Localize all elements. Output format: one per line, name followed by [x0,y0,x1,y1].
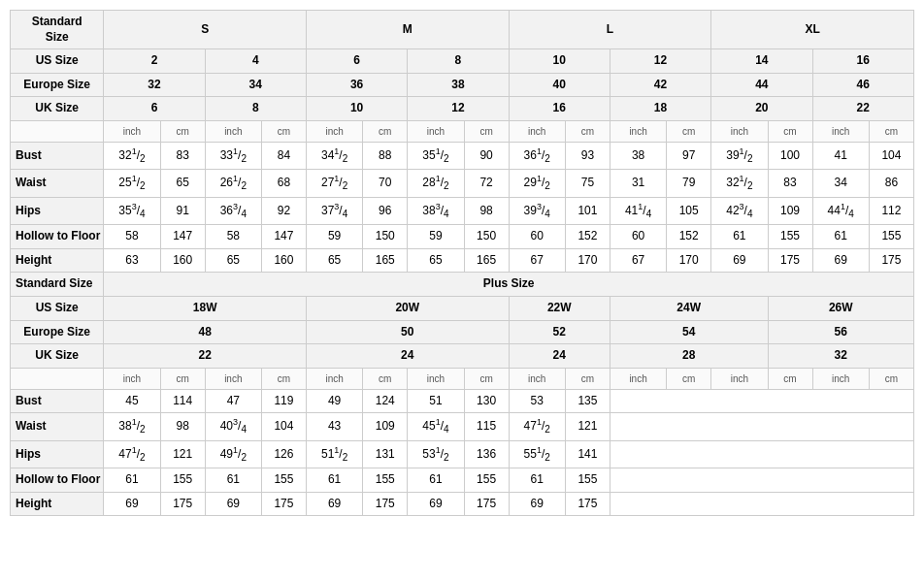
eu-46: 46 [812,73,913,97]
bust-label: Bust [11,142,104,169]
plus-unit-cm-2: cm [261,368,306,389]
us-22w: 22W [509,296,610,320]
hollow-m6-cm: 150 [363,225,408,249]
unit-empty [11,120,104,142]
height-20w-cm: 175 [261,492,306,516]
bust-18w-inch: 45 [104,389,160,413]
bust-s4-inch: 331/2 [205,142,261,169]
height-24w-inch: 69 [408,492,464,516]
unit-cm-5: cm [565,120,610,142]
bust-m6-inch: 341/2 [306,142,362,169]
eu-40: 40 [509,73,610,97]
bust-xl14-cm: 100 [768,142,812,169]
hollow-24w-cm: 155 [464,468,509,493]
waist-xl16-inch: 34 [812,170,869,197]
hips-l10-inch: 393/4 [509,197,565,224]
waist-xl16-cm: 86 [869,170,913,197]
eu-34: 34 [205,73,306,97]
hips-xl14-inch: 423/4 [711,197,768,224]
us-24w: 24W [610,296,768,320]
hollow-26w-inch: 61 [509,468,565,493]
hips-m6-cm: 96 [363,197,408,224]
bust-s2-cm: 83 [160,142,205,169]
hollow-l12-inch: 60 [610,225,666,249]
waist-s4-cm: 68 [261,170,306,197]
bust-m6-cm: 88 [363,142,408,169]
height-20w-inch: 69 [205,492,261,516]
bust-20w-inch: 47 [205,389,261,413]
plus-unit-cm-7: cm [768,368,812,389]
height-22w-inch: 69 [306,492,362,516]
bust-l12-inch: 38 [610,142,666,169]
standard-size-section: Standard Size [11,273,104,297]
waist-20w-inch: 403/4 [205,413,261,440]
bust-22w-cm: 124 [363,389,408,413]
unit-cm-6: cm [667,120,711,142]
hips-24w-cm: 136 [464,440,509,468]
plus-unit-cm-5: cm [565,368,610,389]
bust-26w-inch: 53 [509,389,565,413]
us-16: 16 [812,49,913,74]
hollow-20w-inch: 61 [205,468,261,493]
waist-22w-inch: 43 [306,413,362,440]
hips-label-plus: Hips [11,440,104,468]
waist-xl14-inch: 321/2 [711,170,768,197]
hips-l12-cm: 105 [667,197,711,224]
hips-s2-inch: 353/4 [104,197,160,224]
plus-unit-inch-8: inch [812,368,869,389]
height-l10-inch: 67 [509,248,565,273]
hollow-s4-inch: 58 [205,225,261,249]
us-8: 8 [408,49,509,74]
plus-unit-inch-1: inch [104,368,160,389]
waist-xl14-cm: 83 [768,170,812,197]
hollow-l10-inch: 60 [509,225,565,249]
unit-cm-8: cm [869,120,913,142]
bust-xl14-inch: 391/2 [711,142,768,169]
us-10: 10 [509,49,610,74]
height-24w-cm: 175 [464,492,509,516]
waist-l12-inch: 31 [610,170,666,197]
bust-l10-cm: 93 [565,142,610,169]
waist-18w-inch: 381/2 [104,413,160,440]
hollow-l10-cm: 152 [565,225,610,249]
hips-20w-cm: 126 [261,440,306,468]
waist-26w-inch: 471/2 [509,413,565,440]
height-m8-cm: 165 [464,248,509,273]
hollow-24w-inch: 61 [408,468,464,493]
unit-inch-3: inch [306,120,362,142]
unit-inch-7: inch [711,120,768,142]
uk-size-label-plus: UK Size [11,344,104,369]
uk-20: 20 [711,97,812,121]
hollow-18w-inch: 61 [104,468,160,493]
plus-unit-cm-6: cm [667,368,711,389]
height-s4-cm: 160 [261,248,306,273]
unit-cm-4: cm [464,120,509,142]
bust-20w-cm: 119 [261,389,306,413]
eu-50: 50 [306,320,509,344]
height-xl14-inch: 69 [711,248,768,273]
height-m6-inch: 65 [306,248,362,273]
waist-20w-cm: 104 [261,413,306,440]
hips-m6-inch: 373/4 [306,197,362,224]
waist-l10-cm: 75 [565,170,610,197]
uk-22-plus: 22 [104,344,307,369]
us-4: 4 [205,49,306,74]
waist-24w-cm: 115 [464,413,509,440]
plus-unit-inch-6: inch [610,368,666,389]
waist-s2-inch: 251/2 [104,170,160,197]
hollow-l12-cm: 152 [667,225,711,249]
unit-cm-7: cm [768,120,812,142]
uk-32-plus: 32 [768,344,913,369]
unit-cm-2: cm [261,120,306,142]
unit-inch-5: inch [509,120,565,142]
hips-s4-inch: 363/4 [205,197,261,224]
height-22w-cm: 175 [363,492,408,516]
us-size-label: US Size [11,49,104,74]
us-12: 12 [610,49,710,74]
l-header: L [509,11,711,49]
hips-l10-cm: 101 [565,197,610,224]
m-header: M [306,11,509,49]
unit-inch-1: inch [104,120,160,142]
xl-header: XL [711,11,914,49]
uk-24b-plus: 24 [509,344,610,369]
